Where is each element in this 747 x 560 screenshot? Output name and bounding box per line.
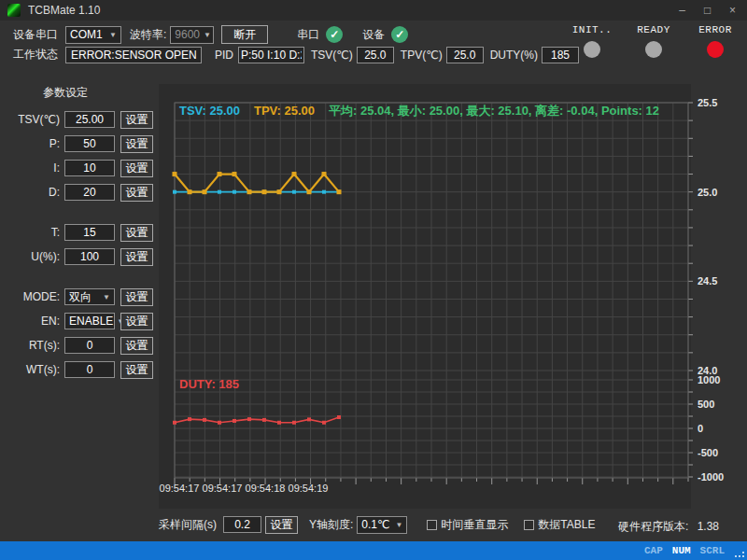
param-input-d[interactable] xyxy=(64,184,115,201)
param-select-en[interactable]: ENABLE▼ xyxy=(64,313,115,329)
svg-text:500: 500 xyxy=(698,399,714,410)
status-light-icon xyxy=(645,41,662,58)
parameter-sidebar: 参数设定 TSV(℃)设置P:设置I:设置D:设置T:设置U(%):设置MODE… xyxy=(0,79,159,385)
series-tpv xyxy=(175,175,339,192)
param-label-u: U(%): xyxy=(9,250,60,263)
svg-text:09:54:17: 09:54:17 xyxy=(203,483,243,494)
param-set-button-p[interactable]: 设置 xyxy=(120,135,153,153)
disconnect-button[interactable]: 断开 xyxy=(221,25,268,44)
status-light-icon xyxy=(707,41,724,58)
param-row-en: EN:ENABLE▼设置 xyxy=(0,313,159,329)
param-label-i: I: xyxy=(9,161,60,175)
checkbox-icon xyxy=(427,520,437,530)
svg-text:09:54:17: 09:54:17 xyxy=(160,483,200,494)
maximize-button-icon[interactable]: □ xyxy=(695,0,720,21)
param-row-d: D:设置 xyxy=(0,184,159,201)
param-input-wt[interactable] xyxy=(64,361,115,378)
tpv-label: TPV(℃) xyxy=(401,49,443,62)
param-row-t: T:设置 xyxy=(0,224,159,241)
param-label-rt: RT(s): xyxy=(9,339,60,352)
param-set-button-wt[interactable]: 设置 xyxy=(120,361,153,379)
param-set-button-d[interactable]: 设置 xyxy=(120,184,153,202)
param-set-button-mode[interactable]: 设置 xyxy=(120,288,153,306)
indicator-error: ERROR xyxy=(695,24,736,58)
pid-field[interactable] xyxy=(238,47,304,63)
device-ok-check-icon: ✓ xyxy=(391,26,408,43)
y-scale-select-value: 0.1℃ xyxy=(361,518,389,531)
param-input-rt[interactable] xyxy=(64,337,115,354)
indicator-label: ERROR xyxy=(698,24,732,35)
y-scale-select[interactable]: 0.1℃ ▼ xyxy=(357,516,407,534)
pid-label: PID xyxy=(215,49,233,62)
param-select-mode[interactable]: 双向▼ xyxy=(64,288,115,305)
titlebar: TCBMate 1.10 – □ × xyxy=(0,0,747,21)
param-input-tsv[interactable] xyxy=(64,111,115,128)
time-vertical-checkbox[interactable]: 时间垂直显示 xyxy=(427,517,508,533)
port-select[interactable]: COM1 ▼ xyxy=(65,26,121,44)
firmware-version-label: 硬件程序版本: xyxy=(618,520,688,533)
resize-grip-icon[interactable] xyxy=(735,548,744,557)
device-status-label: 设备 xyxy=(362,27,385,43)
trend-chart: 25.525.024.524.010005000-500-100009:54:1… xyxy=(159,84,733,509)
data-table-label: 数据TABLE xyxy=(538,517,595,533)
port-label: 设备串口 xyxy=(13,27,58,43)
param-set-button-u[interactable]: 设置 xyxy=(120,248,153,266)
series-duty xyxy=(175,417,339,423)
param-label-wt: WT(s): xyxy=(9,363,60,376)
sample-set-button[interactable]: 设置 xyxy=(265,516,298,534)
overlay-tsv: TSV: 25.00 xyxy=(179,104,240,118)
param-label-t: T: xyxy=(9,226,60,239)
svg-text:25.0: 25.0 xyxy=(698,187,717,198)
firmware-version-value: 1.38 xyxy=(698,520,719,533)
baud-select[interactable]: 9600 ▼ xyxy=(170,26,214,44)
param-label-tsv: TSV(℃) xyxy=(9,113,60,126)
data-table-checkbox[interactable]: 数据TABLE xyxy=(524,517,595,533)
indicator-ready: READY xyxy=(633,24,674,58)
work-status-field[interactable] xyxy=(65,47,202,63)
chevron-down-icon: ▼ xyxy=(109,31,117,39)
window-title: TCBMate 1.10 xyxy=(28,4,100,17)
param-set-button-rt[interactable]: 设置 xyxy=(120,337,153,355)
toolbar-row-status: 工作状态 PID TSV(℃) TPV(℃) DUTY(%) xyxy=(0,46,579,63)
param-input-p[interactable] xyxy=(64,135,115,152)
firmware-version: 硬件程序版本: 1.38 xyxy=(618,519,719,535)
svg-text:-1000: -1000 xyxy=(698,471,724,483)
param-row-p: P:设置 xyxy=(0,135,159,152)
param-label-d: D: xyxy=(9,186,60,199)
sample-interval-label: 采样间隔(s) xyxy=(159,517,217,533)
param-label-p: P: xyxy=(9,137,60,150)
param-row-mode: MODE:双向▼设置 xyxy=(0,288,159,305)
duty-field[interactable] xyxy=(542,47,579,63)
indicator-label: INIT.. xyxy=(572,24,613,35)
statusbar-num: NUM xyxy=(672,545,691,556)
sample-interval-field[interactable] xyxy=(223,516,261,533)
param-row-wt: WT(s):设置 xyxy=(0,361,159,378)
svg-text:1000: 1000 xyxy=(698,374,720,385)
param-set-button-en[interactable]: 设置 xyxy=(120,313,153,330)
close-button-icon[interactable]: × xyxy=(720,0,745,21)
param-set-button-t[interactable]: 设置 xyxy=(120,224,153,242)
work-status-label: 工作状态 xyxy=(13,47,58,63)
overlay-tpv: TPV: 25.00 xyxy=(254,104,315,118)
serial-ok-check-icon: ✓ xyxy=(326,26,343,43)
indicator-group: INIT..READYERROR xyxy=(571,24,736,58)
svg-text:09:54:18: 09:54:18 xyxy=(246,483,286,494)
sidebar-title: 参数设定 xyxy=(0,85,159,101)
param-set-button-tsv[interactable]: 设置 xyxy=(120,111,153,129)
minimize-button-icon[interactable]: – xyxy=(669,0,695,21)
svg-text:0: 0 xyxy=(698,423,703,434)
y-scale-label: Y轴刻度: xyxy=(309,517,353,533)
toolbar-row-connection: 设备串口 COM1 ▼ 波特率: 9600 ▼ 断开 串口 ✓ 设备 ✓ xyxy=(0,25,408,44)
baud-select-value: 9600 xyxy=(175,28,200,41)
param-input-u[interactable] xyxy=(64,248,115,265)
port-select-value: COM1 xyxy=(70,28,103,41)
tsv-field[interactable] xyxy=(357,47,394,63)
status-light-icon xyxy=(584,41,600,58)
param-input-t[interactable] xyxy=(64,224,115,241)
param-input-i[interactable] xyxy=(64,160,115,176)
svg-text:25.5: 25.5 xyxy=(698,97,717,108)
param-set-button-i[interactable]: 设置 xyxy=(120,160,153,177)
time-vertical-label: 时间垂直显示 xyxy=(441,517,508,533)
param-row-i: I:设置 xyxy=(0,160,159,176)
tpv-field[interactable] xyxy=(446,47,484,63)
